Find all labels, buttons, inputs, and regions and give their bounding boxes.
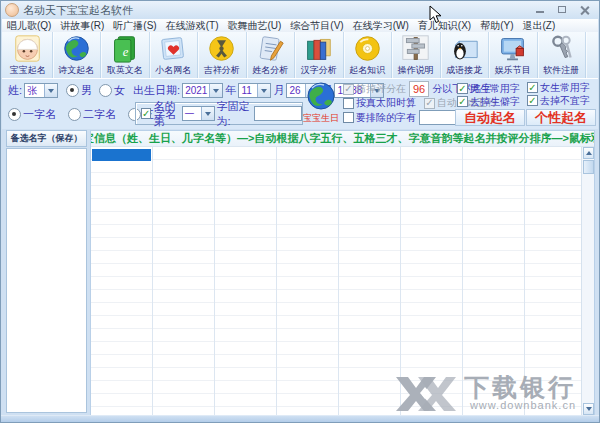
exclude-checkbox[interactable] (343, 112, 354, 123)
remove-rare-checkbox[interactable] (457, 96, 468, 107)
close-button[interactable] (579, 5, 591, 15)
surname-label: 姓: (8, 83, 22, 98)
gender-female-radio[interactable] (99, 84, 112, 97)
fixed-suffix-label: 字固定为: (217, 99, 254, 129)
menu-bar: 唱儿歌(Q) 讲故事(R) 听广播(S) 在线游戏(T) 歌舞曲艺(U) 综合节… (2, 19, 598, 33)
menu-item-exit[interactable]: 退出(Z) (523, 19, 556, 33)
female-common-checkbox[interactable] (527, 82, 538, 93)
menu-item-parenting[interactable]: 育儿知识(X) (418, 19, 471, 33)
cd-icon (353, 34, 382, 63)
scrollbar-thumb[interactable] (583, 160, 594, 174)
dropdown-arrow-icon[interactable] (201, 107, 214, 120)
app-icon (5, 3, 19, 17)
main-area: 备选名字（保存） 输入宝宝信息（姓、生日、几字名等）—>自动根据八字五行、五格三… (2, 129, 598, 416)
menu-item-games[interactable]: 在线游戏(T) (166, 19, 219, 33)
true-solar-checkbox[interactable] (343, 98, 354, 109)
toolbar-poem-naming[interactable]: 诗文起名 (53, 32, 102, 78)
books-icon (304, 34, 333, 63)
surname-combobox[interactable]: 张 (24, 83, 58, 98)
true-solar-label: 按真太阳时算 (356, 96, 416, 110)
toolbar-entertainment[interactable]: 娱乐节目 (489, 32, 538, 78)
auto-name-button[interactable]: 自动起名 (455, 109, 525, 126)
toolbar-naming-knowledge[interactable]: 起名知识 (344, 32, 393, 78)
toolbar-baby-naming[interactable]: 宝宝起名 (4, 32, 53, 78)
gender-male-radio[interactable] (66, 84, 79, 97)
english-book-icon: e (110, 34, 139, 63)
gender-female-label: 女 (114, 83, 125, 98)
male-common-checkbox[interactable] (457, 83, 468, 94)
wuxing-checkbox[interactable] (424, 98, 435, 109)
toolbar-label: 操作说明 (398, 64, 434, 77)
selected-cell[interactable] (92, 149, 151, 161)
window-bottom-frame (1, 415, 599, 422)
menu-item-help[interactable]: 帮助(Y) (480, 19, 513, 33)
menu-item-stories[interactable]: 讲故事(R) (60, 19, 104, 33)
vertical-scrollbar[interactable] (581, 147, 594, 415)
toolbar-nickname[interactable]: 小名网名 (150, 32, 199, 78)
title-bar[interactable]: 名动天下宝宝起名软件 (1, 1, 599, 19)
toolbar-english-name[interactable]: e 取英文名 (101, 32, 150, 78)
minimize-button[interactable] (535, 5, 547, 15)
fixed-char-checkbox[interactable] (141, 108, 151, 119)
toolbar-name-analysis[interactable]: 姓名分析 (247, 32, 296, 78)
male-common-label: 男生常用字 (470, 82, 520, 96)
menu-item-songs[interactable]: 唱儿歌(Q) (7, 19, 51, 33)
keys-icon (547, 34, 576, 63)
female-common-label: 女生常用字 (540, 81, 590, 95)
dropdown-arrow-icon[interactable] (257, 84, 270, 97)
app-window: 名动天下宝宝起名软件 唱儿歌(Q) 讲故事(R) 听广播(S) 在线游戏(T) … (0, 0, 600, 423)
toolbar-label: 成语接龙 (446, 64, 482, 77)
score-input[interactable]: 96 (409, 81, 429, 97)
baby-icon (13, 34, 42, 63)
month-combobox[interactable]: 11 (238, 83, 271, 98)
month-unit: 月 (273, 83, 284, 98)
dropdown-arrow-icon[interactable] (44, 84, 57, 97)
menu-item-arts[interactable]: 歌舞曲艺(U) (227, 19, 281, 33)
exclude-label: 要排除的字有 (356, 111, 416, 125)
two-char-radio[interactable] (68, 108, 81, 121)
toolbar-label: 软件注册 (543, 64, 579, 77)
toolbar-label: 小名网名 (155, 64, 191, 77)
toolbar-luck-analysis[interactable]: 吉祥分析 (198, 32, 247, 78)
remove-improper-checkbox[interactable] (527, 95, 538, 106)
ordinal-combobox[interactable]: 一 (182, 106, 215, 121)
fixed-char-label: 名的第 (153, 99, 179, 129)
toolbar-label: 起名知识 (349, 64, 385, 77)
toolbar-label: 诗文起名 (58, 64, 94, 77)
toolbar-hanzi-analysis[interactable]: 汉字分析 (295, 32, 344, 78)
toolbar-label: 宝宝起名 (10, 64, 46, 77)
candidate-list-header[interactable]: 备选名字（保存） (6, 130, 87, 147)
signpost-icon (401, 34, 430, 63)
dropdown-arrow-icon[interactable] (209, 84, 222, 97)
fixed-char-input[interactable] (254, 106, 302, 121)
year-combobox[interactable]: 2021 (182, 83, 223, 98)
one-char-radio[interactable] (8, 108, 21, 121)
grid-body[interactable] (91, 147, 581, 415)
toolbar-label: 娱乐节目 (495, 64, 531, 77)
toolbar-register[interactable]: 软件注册 (538, 32, 587, 78)
maximize-button[interactable] (557, 5, 569, 15)
scroll-down-button[interactable] (583, 403, 594, 415)
toolbar-label: 吉祥分析 (204, 64, 240, 77)
gender-male-label: 男 (81, 83, 92, 98)
custom-name-button[interactable]: 个性起名 (526, 109, 596, 126)
toolbar-instructions[interactable]: 操作说明 (392, 32, 441, 78)
candidate-listbox[interactable] (6, 148, 87, 413)
penguin-folder-icon (450, 34, 479, 63)
filter-score-checkbox[interactable] (343, 84, 354, 95)
menu-item-learning[interactable]: 在线学习(W) (353, 19, 409, 33)
remove-rare-label: 去掉生僻字 (470, 95, 520, 109)
menu-item-radio[interactable]: 听广播(S) (113, 19, 156, 33)
toolbar-idiom-game[interactable]: 成语接龙 (441, 32, 490, 78)
scroll-up-button[interactable] (583, 147, 594, 159)
clipboard-pen-icon (256, 34, 285, 63)
svg-text:e: e (123, 44, 129, 58)
results-grid: 输入宝宝信息（姓、生日、几字名等）—>自动根据八字五行、五格三才、字意音韵等起名… (90, 130, 595, 416)
input-form-panel: 姓: 张 男 女 出生日期: 2021 年 11 月 26 日 15:38 一字… (2, 78, 598, 130)
year-unit: 年 (225, 83, 236, 98)
menu-item-programs[interactable]: 综合节目(V) (290, 19, 343, 33)
photo-heart-icon (159, 34, 188, 63)
two-char-label: 二字名 (83, 107, 116, 122)
toolbar-label: 取英文名 (107, 64, 143, 77)
baby-birthday-button[interactable]: 宝宝生日 (302, 80, 340, 126)
